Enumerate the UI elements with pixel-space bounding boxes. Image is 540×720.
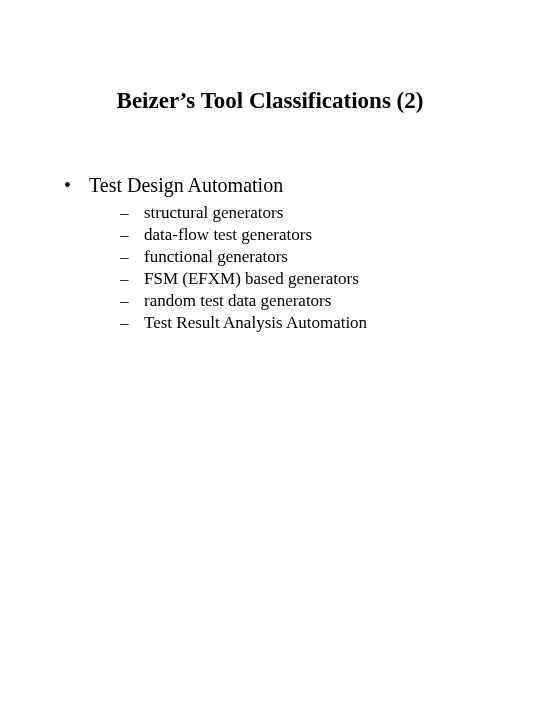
bullet-icon: • (64, 175, 71, 195)
dash-icon: – (120, 247, 130, 267)
dash-icon: – (120, 269, 130, 289)
slide-title: Beizer’s Tool Classifications (2) (50, 88, 490, 114)
list-item: – random test data generators (120, 291, 490, 311)
list-item: – Test Result Analysis Automation (120, 313, 490, 333)
sub-item-text: random test data generators (144, 291, 331, 311)
sub-item-text: functional generators (144, 247, 288, 267)
dash-icon: – (120, 313, 130, 333)
list-item: – structural generators (120, 203, 490, 223)
list-item: – FSM (EFXM) based generators (120, 269, 490, 289)
main-bullet: • Test Design Automation (64, 174, 490, 197)
sub-item-text: Test Result Analysis Automation (144, 313, 367, 333)
list-item: – functional generators (120, 247, 490, 267)
list-item: – data-flow test generators (120, 225, 490, 245)
dash-icon: – (120, 203, 130, 223)
dash-icon: – (120, 291, 130, 311)
main-bullet-text: Test Design Automation (89, 174, 283, 197)
sub-item-text: structural generators (144, 203, 283, 223)
sub-item-text: data-flow test generators (144, 225, 312, 245)
sub-list: – structural generators – data-flow test… (120, 203, 490, 333)
sub-item-text: FSM (EFXM) based generators (144, 269, 359, 289)
dash-icon: – (120, 225, 130, 245)
